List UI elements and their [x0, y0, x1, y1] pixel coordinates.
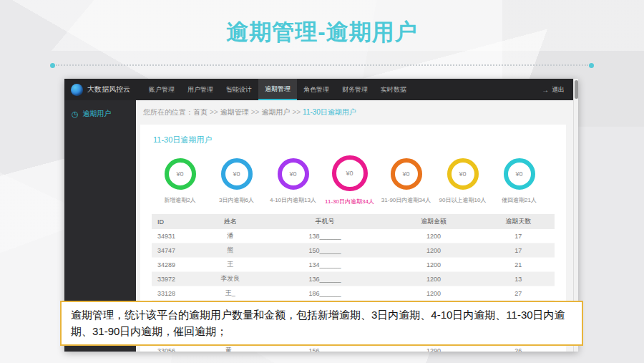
caption-text: 逾期管理，统计该平台的逾期用户数量和金额，包括新增逾期、3日内逾期、4-10日内… — [71, 309, 565, 337]
stat-new-overdue[interactable]: ¥0 新增逾期2人 — [152, 155, 208, 204]
stat-3day-overdue[interactable]: ¥0 3日内逾期6人 — [208, 155, 265, 204]
table-cell: 17 — [482, 243, 555, 258]
stat-ring: ¥0 — [447, 158, 479, 190]
table-cell: 17 — [482, 229, 555, 243]
table-row[interactable]: 33128王_186______120027 — [152, 286, 555, 301]
table-cell: 186______ — [265, 286, 386, 301]
sidebar-item-label: 逾期用户 — [83, 109, 112, 119]
stat-value: ¥0 — [289, 170, 296, 178]
brand: 大数据风控云 — [64, 79, 142, 100]
breadcrumb-separator: >> — [251, 108, 260, 116]
stat-31-90day-overdue[interactable]: ¥0 31-90日内逾期34人 — [378, 155, 434, 204]
sidebar-item-overdue-users[interactable]: ◷ 逾期用户 — [64, 100, 136, 127]
logout-button[interactable]: → 退出 — [542, 79, 573, 100]
table-cell: 138______ — [265, 229, 386, 243]
table-cell: 27 — [482, 286, 555, 301]
table-cell: 熊 — [196, 243, 265, 258]
stat-label: 催回逾期21人 — [491, 196, 547, 204]
table-cell: 34931 — [152, 229, 196, 243]
nav-menu: 账户管理 用户管理 智能设计 逾期管理 角色管理 财务管理 实时数据 — [142, 79, 413, 100]
table-cell: 潘 — [196, 229, 265, 243]
column-header: 姓名 — [196, 214, 265, 229]
table-row[interactable]: 34289王134______120021 — [152, 258, 555, 272]
column-header: ID — [152, 214, 196, 229]
breadcrumb-current: 11-30日逾期用户 — [303, 108, 356, 116]
breadcrumb-home[interactable]: 首页 — [193, 108, 208, 116]
table-cell: 34747 — [152, 243, 196, 258]
table-cell: 1200 — [386, 243, 482, 258]
nav-item-role[interactable]: 角色管理 — [297, 79, 336, 100]
overdue-stats-row: ¥0 新增逾期2人 ¥0 3日内逾期6人 ¥0 4-10日内逾期13人 ¥0 — [152, 155, 555, 205]
nav-item-finance[interactable]: 财务管理 — [336, 79, 374, 100]
nav-item-overdue[interactable]: 逾期管理 — [258, 79, 297, 100]
stat-ring: ¥0 — [278, 158, 309, 190]
table-cell: 王 — [196, 258, 265, 272]
breadcrumb-separator: >> — [292, 108, 301, 116]
breadcrumb-prefix: 您所在的位置： — [143, 108, 193, 116]
stat-90day-plus-overdue[interactable]: ¥0 90日以上逾期10人 — [434, 155, 491, 204]
stat-4-10day-overdue[interactable]: ¥0 4-10日内逾期13人 — [265, 155, 321, 204]
brand-logo-icon — [71, 84, 83, 96]
stat-value: ¥0 — [459, 170, 466, 178]
breadcrumb-separator: >> — [210, 108, 218, 116]
stat-ring: ¥0 — [165, 158, 196, 190]
stat-value: ¥0 — [515, 170, 522, 178]
table-cell: 13 — [482, 272, 555, 286]
stat-value: ¥0 — [233, 170, 240, 178]
breadcrumb-overdue-users[interactable]: 逾期用户 — [261, 108, 290, 116]
caption-box: 逾期管理，统计该平台的逾期用户数量和金额，包括新增逾期、3日内逾期、4-10日内… — [60, 301, 583, 346]
brand-name: 大数据风控云 — [87, 84, 130, 95]
nav-item-realtime[interactable]: 实时数据 — [374, 79, 413, 100]
table-cell: 33972 — [152, 272, 196, 286]
table-cell: 1200 — [386, 272, 482, 286]
table-cell: 李发良 — [196, 272, 265, 286]
column-header: 逾期金额 — [386, 214, 482, 229]
table-cell: 150______ — [265, 243, 386, 258]
nav-item-user[interactable]: 用户管理 — [181, 79, 220, 100]
table-header-row: ID姓名手机号逾期金额逾期天数 — [152, 214, 555, 229]
table-cell: 1200 — [386, 229, 482, 243]
table-cell: 33128 — [152, 286, 196, 301]
stat-label: 90日以上逾期10人 — [434, 196, 491, 204]
stat-11-30day-overdue[interactable]: ¥0 11-30日内逾期34人 — [321, 155, 378, 205]
stat-label: 11-30日内逾期34人 — [321, 198, 378, 205]
table-cell: 134______ — [265, 258, 386, 272]
stat-value: ¥0 — [176, 170, 183, 178]
stat-label: 31-90日内逾期34人 — [378, 196, 434, 204]
nav-item-account[interactable]: 账户管理 — [142, 79, 181, 100]
logout-arrow-icon: → — [542, 86, 549, 94]
slide-title: 逾期管理-逾期用户 — [0, 17, 644, 47]
column-header: 手机号 — [265, 214, 386, 229]
breadcrumb-overdue-mgmt[interactable]: 逾期管理 — [220, 108, 249, 116]
clock-icon: ◷ — [72, 110, 79, 118]
table-cell: 王_ — [196, 286, 265, 301]
stat-label: 3日内逾期6人 — [208, 196, 265, 204]
stat-label: 4-10日内逾期13人 — [265, 196, 321, 204]
table-row[interactable]: 34931潘138______120017 — [152, 229, 555, 243]
table-row[interactable]: 33972李发良136______120013 — [152, 272, 555, 286]
column-header: 逾期天数 — [482, 214, 555, 229]
table-cell: 21 — [482, 258, 555, 272]
table-cell: 1200 — [386, 286, 482, 301]
breadcrumb: 您所在的位置：首页>>逾期管理>>逾期用户>>11-30日逾期用户 — [136, 100, 573, 117]
stat-ring: ¥0 — [221, 158, 253, 190]
table-cell: 136______ — [265, 272, 386, 286]
logout-label: 退出 — [552, 85, 565, 95]
stat-value: ¥0 — [346, 170, 353, 177]
nav-item-smart-design[interactable]: 智能设计 — [220, 79, 258, 100]
section-title: 11-30日逾期用户 — [153, 135, 555, 145]
stat-label: 新增逾期2人 — [152, 196, 208, 204]
stat-ring: ¥0 — [504, 158, 535, 190]
title-divider — [56, 64, 588, 66]
slide: 逾期管理-逾期用户 大数据风控云 账户管理 用户管理 智能设计 逾期管理 角色管… — [0, 0, 644, 363]
table-row[interactable]: 34747熊150______120017 — [152, 243, 555, 258]
stat-ring: ¥0 — [332, 155, 368, 191]
table-cell: 1200 — [386, 258, 482, 272]
table-cell: 34289 — [152, 258, 196, 272]
stat-ring: ¥0 — [391, 158, 422, 190]
stat-recalled-overdue[interactable]: ¥0 催回逾期21人 — [491, 155, 547, 204]
stat-value: ¥0 — [402, 170, 409, 178]
top-navbar: 大数据风控云 账户管理 用户管理 智能设计 逾期管理 角色管理 财务管理 实时数… — [64, 79, 573, 100]
scrollbar-thumb[interactable] — [575, 80, 578, 99]
